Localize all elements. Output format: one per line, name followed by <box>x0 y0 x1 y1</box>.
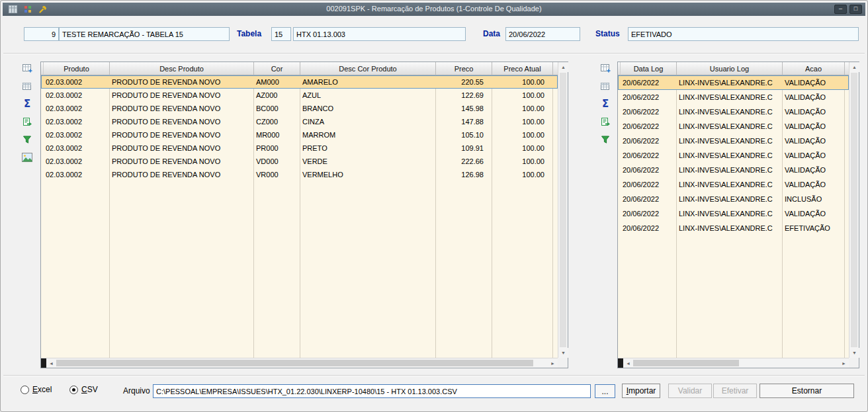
filter-icon[interactable] <box>21 133 34 146</box>
scroll-down-icon[interactable]: ▼ <box>849 348 859 358</box>
cell: PRODUTO DE REVENDA NOVO <box>110 128 254 142</box>
arquivo-input[interactable] <box>153 384 591 398</box>
cell: BC000 <box>254 102 300 115</box>
grid-insert-icon[interactable] <box>599 62 612 75</box>
grid-layout-icon[interactable] <box>599 79 612 93</box>
column-header[interactable]: Cor <box>254 62 300 75</box>
cell: 02.03.0002 <box>44 75 110 89</box>
radio-csv[interactable]: CSV <box>69 385 98 394</box>
cell: PRODUTO DE REVENDA NOVO <box>110 75 254 89</box>
column-header[interactable]: Acao <box>783 62 845 75</box>
table-row[interactable]: 20/06/2022LINX-INVES\ALEXANDRE.CVALIDAÇÃ… <box>618 177 849 192</box>
cell: PRETO <box>300 142 436 155</box>
cell: 02.03.0002 <box>44 155 110 168</box>
column-header[interactable]: Produto <box>44 62 110 75</box>
cell: LINX-INVES\ALEXANDRE.C <box>677 192 783 206</box>
tabela-codigo-field[interactable]: HTX 01.13.003 <box>293 27 466 41</box>
image-icon[interactable] <box>21 151 34 164</box>
scroll-track[interactable] <box>56 358 548 368</box>
excel-export-icon[interactable] <box>599 115 612 128</box>
table-row[interactable]: 20/06/2022LINX-INVES\ALEXANDRE.CEFETIVAÇ… <box>618 221 849 235</box>
products-grid-toolbar: Σ <box>19 62 36 164</box>
products-grid-body: 02.03.0002PRODUTO DE REVENDA NOVOAM000AM… <box>41 75 558 358</box>
scroll-left-icon[interactable]: ◄ <box>46 358 56 368</box>
products-horizontal-scrollbar[interactable]: ◄ ► <box>41 358 558 368</box>
cell: CINZA <box>300 115 436 128</box>
browse-button[interactable]: ... <box>595 384 615 398</box>
scroll-right-icon[interactable]: ► <box>548 358 558 368</box>
cell: 100.00 <box>492 128 553 142</box>
scroll-right-icon[interactable]: ► <box>839 358 849 368</box>
scroll-thumb[interactable] <box>560 73 566 347</box>
table-row[interactable]: 02.03.0002PRODUTO DE REVENDA NOVOPR000PR… <box>41 142 558 155</box>
sum-icon[interactable]: Σ <box>21 97 34 110</box>
minimize-button[interactable]: – <box>834 5 847 14</box>
scrollbar-corner <box>558 358 568 368</box>
table-row[interactable]: 02.03.0002PRODUTO DE REVENDA NOVOVR000VE… <box>41 168 558 181</box>
cell: 105.10 <box>436 128 492 142</box>
filter-icon[interactable] <box>599 133 612 146</box>
record-id-field[interactable]: 9 <box>24 27 59 41</box>
scroll-left-icon[interactable]: ◄ <box>623 358 633 368</box>
scroll-track[interactable] <box>558 72 568 348</box>
record-description-field[interactable]: TESTE REMARCAÇÃO - TABELA 15 <box>59 27 230 41</box>
cell: AM000 <box>254 75 300 89</box>
efetivar-button[interactable]: Efetivar <box>713 384 757 398</box>
table-row[interactable]: 02.03.0002PRODUTO DE REVENDA NOVOBC000BR… <box>41 102 558 115</box>
data-field[interactable]: 20/06/2022 <box>505 27 580 41</box>
cell: LINX-INVES\ALEXANDRE.C <box>677 163 783 177</box>
scroll-up-icon[interactable]: ▲ <box>558 62 568 72</box>
products-vertical-scrollbar[interactable]: ▲ ▼ <box>558 62 568 358</box>
cell: 220.55 <box>436 75 492 89</box>
column-header[interactable]: Data Log <box>621 62 677 75</box>
column-header[interactable]: Desc Produto <box>110 62 254 75</box>
table-row[interactable]: 02.03.0002PRODUTO DE REVENDA NOVOCZ000CI… <box>41 115 558 128</box>
scroll-track[interactable] <box>633 358 839 368</box>
maximize-button[interactable]: □ <box>849 5 862 14</box>
grid-layout-icon[interactable] <box>21 79 34 93</box>
table-row[interactable]: 20/06/2022LINX-INVES\ALEXANDRE.CVALIDAÇÃ… <box>618 104 849 119</box>
sum-icon[interactable]: Σ <box>599 97 612 110</box>
scroll-thumb[interactable] <box>56 360 533 366</box>
application-window: 002091SPK - Remarcação de Produtos (1-Co… <box>0 0 868 412</box>
table-row[interactable]: 20/06/2022LINX-INVES\ALEXANDRE.CVALIDAÇÃ… <box>618 90 849 104</box>
scroll-thumb[interactable] <box>851 73 857 347</box>
table-row[interactable]: 02.03.0002PRODUTO DE REVENDA NOVOAM000AM… <box>41 75 558 89</box>
table-row[interactable]: 20/06/2022LINX-INVES\ALEXANDRE.CVALIDAÇÃ… <box>618 119 849 134</box>
radio-circle <box>21 386 29 394</box>
titlebar-icons <box>3 5 48 15</box>
table-row[interactable]: 20/06/2022LINX-INVES\ALEXANDRE.CVALIDAÇÃ… <box>618 75 849 90</box>
excel-export-icon[interactable] <box>21 115 34 128</box>
table-row[interactable]: 20/06/2022LINX-INVES\ALEXANDRE.CINCLUSÃO <box>618 192 849 206</box>
table-row[interactable]: 20/06/2022LINX-INVES\ALEXANDRE.CVALIDAÇÃ… <box>618 163 849 177</box>
validar-button[interactable]: Validar <box>668 384 712 398</box>
column-header[interactable]: Usuario Log <box>677 62 783 75</box>
scroll-track[interactable] <box>849 72 859 348</box>
column-header[interactable]: Preco Atual <box>492 62 553 75</box>
wrench-icon[interactable] <box>38 5 48 15</box>
column-header[interactable]: Preco <box>436 62 492 75</box>
arquivo-label: Arquivo <box>123 386 150 395</box>
tabela-number-field[interactable]: 15 <box>271 27 291 41</box>
log-horizontal-scrollbar[interactable]: ◄ ► <box>618 358 849 368</box>
table-row[interactable]: 02.03.0002PRODUTO DE REVENDA NOVOMR000MA… <box>41 128 558 142</box>
log-vertical-scrollbar[interactable]: ▲ ▼ <box>849 62 859 358</box>
scroll-thumb[interactable] <box>633 360 739 366</box>
table-row[interactable]: 20/06/2022LINX-INVES\ALEXANDRE.CVALIDAÇÃ… <box>618 134 849 148</box>
scroll-down-icon[interactable]: ▼ <box>558 348 568 358</box>
estornar-button[interactable]: Estornar <box>760 384 854 398</box>
status-field[interactable]: EFETIVADO <box>628 27 859 41</box>
radio-circle <box>69 386 78 394</box>
table-row[interactable]: 20/06/2022LINX-INVES\ALEXANDRE.CVALIDAÇÃ… <box>618 148 849 163</box>
grid-icon[interactable] <box>7 5 18 15</box>
table-row[interactable]: 20/06/2022LINX-INVES\ALEXANDRE.CVALIDAÇÃ… <box>618 206 849 221</box>
importar-button[interactable]: Importar <box>622 384 660 398</box>
table-row[interactable]: 02.03.0002PRODUTO DE REVENDA NOVOVD000VE… <box>41 155 558 168</box>
column-header[interactable]: Desc Cor Produto <box>300 62 436 75</box>
colored-grid-icon[interactable] <box>22 5 33 15</box>
table-row[interactable]: 02.03.0002PRODUTO DE REVENDA NOVOAZ000AZ… <box>41 89 558 102</box>
grid-insert-icon[interactable] <box>21 62 34 75</box>
scroll-up-icon[interactable]: ▲ <box>849 62 859 72</box>
window-controls: – □ <box>834 5 865 14</box>
radio-excel[interactable]: Excel <box>21 385 52 394</box>
